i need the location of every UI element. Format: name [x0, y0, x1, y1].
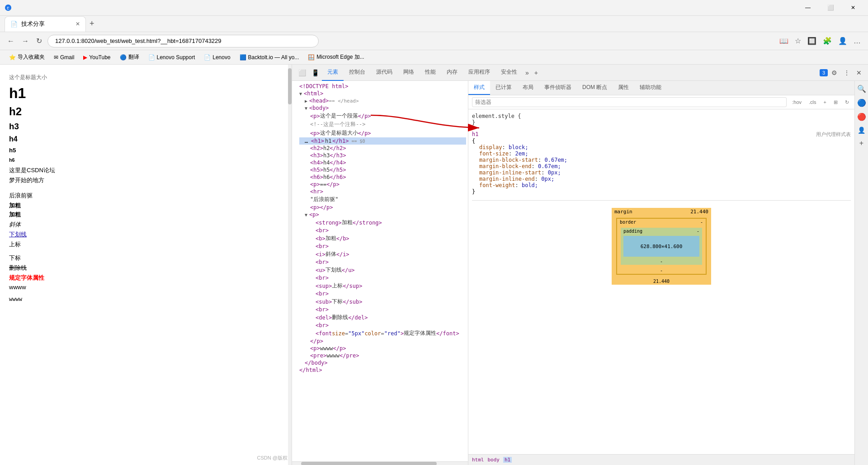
- styles-tab-event-listeners[interactable]: 事件侦听器: [539, 81, 577, 95]
- refresh-style-button[interactable]: ↻: [843, 99, 851, 106]
- network-sidebar-icon[interactable]: 🔵: [857, 99, 866, 107]
- dom-line-html-close[interactable]: </html>: [299, 366, 466, 374]
- extensions-button[interactable]: 🧩: [821, 35, 834, 47]
- dom-line-text-quote[interactable]: "后浪前驱": [299, 195, 466, 204]
- dom-horizontal-scrollbar[interactable]: [292, 461, 468, 465]
- dom-line-p-empty2[interactable]: <p></p>: [299, 204, 466, 211]
- dom-line-br5[interactable]: <br>: [299, 290, 466, 297]
- dom-line-i[interactable]: <i>斜体</i>: [299, 250, 466, 258]
- close-button[interactable]: ✕: [843, 0, 863, 16]
- maximize-button[interactable]: ⬜: [820, 0, 841, 16]
- dom-line-del[interactable]: <del>删除线</del>: [299, 313, 466, 322]
- dom-line-hr[interactable]: <hr>: [299, 188, 466, 195]
- reload-button[interactable]: ↻: [34, 35, 44, 47]
- devtools-menu-btn[interactable]: ⋮: [841, 67, 853, 78]
- bookmark-youtube[interactable]: ▶ YouTube: [80, 53, 114, 61]
- dom-line-b[interactable]: <b>加粗</b>: [299, 234, 466, 243]
- dom-line-h3[interactable]: <h3>h3</h3>: [299, 152, 466, 159]
- dom-line-doctype[interactable]: <!DOCTYPE html>: [299, 83, 466, 90]
- devtools-tab-network[interactable]: 网络: [398, 65, 420, 81]
- scrollbar-thumb[interactable]: [288, 68, 292, 104]
- dom-line-sub[interactable]: <sub>下标</sub>: [299, 297, 466, 306]
- devtools-tab-elements[interactable]: 元素: [322, 65, 344, 81]
- dom-line-p-empty[interactable]: <p> == </p>: [299, 181, 466, 188]
- dom-line-body-close[interactable]: </body>: [299, 359, 466, 366]
- bookmark-backtolt[interactable]: 🟦 Backtolt.io — All yo...: [236, 53, 303, 61]
- reader-mode-button[interactable]: 📖: [778, 35, 790, 47]
- elements-sidebar-icon[interactable]: 👤: [858, 127, 865, 134]
- devtools-more-tabs[interactable]: »: [523, 67, 532, 78]
- tab-close-button[interactable]: ✕: [75, 21, 80, 27]
- dom-line-br1[interactable]: <br>: [299, 227, 466, 234]
- dom-line-font[interactable]: <font size="5px" color="red">规定字体属性</fon…: [299, 329, 466, 338]
- minimize-button[interactable]: —: [797, 0, 818, 16]
- dom-line-br2[interactable]: <br>: [299, 243, 466, 250]
- devtools-tab-security[interactable]: 安全性: [495, 65, 523, 81]
- bookmark-translate[interactable]: 🔵 翻译: [116, 52, 143, 62]
- add-style-button[interactable]: +: [822, 99, 828, 106]
- dom-line-p-close[interactable]: </p>: [299, 338, 466, 345]
- more-button[interactable]: …: [852, 35, 863, 47]
- dom-line-h1[interactable]: … <h1>h1</h1> == $0: [299, 137, 466, 145]
- dom-line-h2[interactable]: <h2>h2</h2>: [299, 145, 466, 152]
- dom-line-h6[interactable]: <h6>h6</h6>: [299, 174, 466, 181]
- dom-line-body[interactable]: ▼ <body>: [299, 104, 466, 112]
- bookmark-lenovo[interactable]: 📄 Lenovo: [200, 53, 234, 61]
- devtools-add-button[interactable]: +: [532, 67, 541, 78]
- dom-line-comment[interactable]: <!--这是一个注释-->: [299, 120, 466, 129]
- devtools-close-btn[interactable]: ✕: [854, 67, 864, 78]
- devtools-tab-memory[interactable]: 内存: [441, 65, 463, 81]
- favorites-button[interactable]: ☆: [793, 35, 803, 47]
- new-style-rule-button[interactable]: ⊞: [832, 99, 840, 106]
- devtools-tab-performance[interactable]: 性能: [420, 65, 441, 81]
- dom-line-br4[interactable]: <br>: [299, 274, 466, 282]
- back-button[interactable]: ←: [5, 35, 16, 47]
- devtools-tab-console[interactable]: 控制台: [344, 65, 371, 81]
- breadcrumb-h1[interactable]: h1: [503, 457, 512, 463]
- styles-tab-properties[interactable]: 属性: [613, 81, 634, 95]
- bookmark-gmail[interactable]: ✉ Gmail: [50, 53, 78, 61]
- search-sidebar-icon[interactable]: 🔍: [857, 85, 866, 93]
- dom-line-h5[interactable]: <h5>h5</h5>: [299, 166, 466, 174]
- bookmark-import[interactable]: ⭐ 导入收藏夹: [5, 52, 48, 62]
- dom-line-br7[interactable]: <br>: [299, 322, 466, 329]
- dom-line-p-www[interactable]: <p> wwww </p>: [299, 345, 466, 352]
- breadcrumb-html[interactable]: html: [472, 457, 484, 463]
- dom-scrollbar-thumb-h[interactable]: [301, 462, 437, 465]
- dom-line-u[interactable]: <u>下划线</u>: [299, 266, 466, 274]
- add-sidebar-icon[interactable]: +: [859, 139, 863, 147]
- breadcrumb-body[interactable]: body: [488, 457, 500, 463]
- devtools-tab-sources[interactable]: 源代码: [371, 65, 398, 81]
- styles-tab-dom-breakpoints[interactable]: DOM 断点: [577, 81, 613, 95]
- dom-line-p-main[interactable]: ▼ <p>: [299, 211, 466, 218]
- new-tab-button[interactable]: +: [86, 19, 98, 28]
- dom-line-p1[interactable]: <p>这个是一个段落</p>: [299, 112, 466, 120]
- dom-line-strong[interactable]: <strong>加粗</strong>: [299, 218, 466, 227]
- styles-tab-layout[interactable]: 布局: [517, 81, 539, 95]
- styles-tab-accessibility[interactable]: 辅助功能: [634, 81, 667, 95]
- hov-filter-button[interactable]: :hov: [790, 99, 803, 106]
- bookmark-edge[interactable]: 🪟 Microsoft Edge 加...: [304, 52, 368, 62]
- styles-filter-input[interactable]: [472, 97, 787, 107]
- devtools-device-button[interactable]: 📱: [309, 67, 322, 78]
- dom-line-br6[interactable]: <br>: [299, 306, 466, 313]
- styles-tab-computed[interactable]: 已计算: [490, 81, 517, 95]
- devtools-tab-application[interactable]: 应用程序: [463, 65, 495, 81]
- dom-line-html[interactable]: ▼ <html>: [299, 90, 466, 97]
- browser-tab[interactable]: 📄 技术分享 ✕: [5, 16, 86, 32]
- issues-sidebar-icon[interactable]: 🔴: [857, 113, 866, 121]
- profile-button[interactable]: 👤: [836, 35, 849, 47]
- dom-line-h4[interactable]: <h4>h4</h4>: [299, 159, 466, 166]
- devtools-inspect-button[interactable]: ⬜: [296, 67, 309, 78]
- bookmark-lenovo-support[interactable]: 📄 Lenovo Support: [145, 53, 199, 61]
- styles-tab-styles[interactable]: 样式: [468, 81, 490, 95]
- web-content-scrollbar[interactable]: [288, 65, 292, 465]
- collections-button[interactable]: 🔲: [806, 35, 818, 47]
- dom-line-p2[interactable]: <p>这个是标题大小</p>: [299, 129, 466, 137]
- dom-line-head[interactable]: ▶ <head> == </head>: [299, 97, 466, 104]
- dom-line-br3[interactable]: <br>: [299, 258, 466, 266]
- address-input[interactable]: [47, 35, 319, 47]
- devtools-settings-btn[interactable]: ⚙: [829, 67, 840, 78]
- cls-filter-button[interactable]: .cls: [807, 99, 818, 106]
- dom-line-pre[interactable]: <pre> wwww</pre>: [299, 352, 466, 359]
